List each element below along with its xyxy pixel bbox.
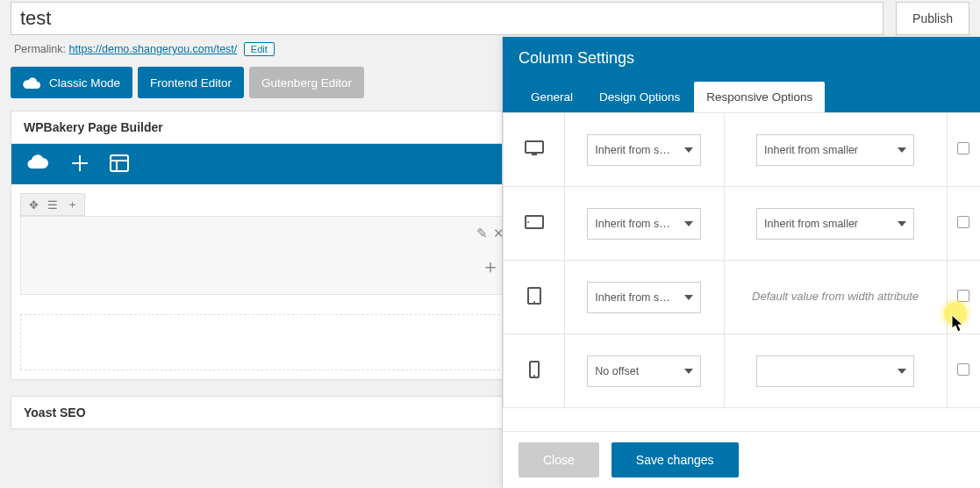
svg-rect-3 [526,141,543,153]
desktop-icon [524,147,545,160]
frontend-editor-label: Frontend Editor [150,76,232,90]
hide-checkbox-desktop[interactable] [957,142,969,154]
pencil-icon[interactable]: ✎ [476,226,488,241]
svg-point-8 [533,301,535,303]
hide-checkbox-tablet-landscape[interactable] [957,216,969,228]
wpbakery-logo-icon[interactable] [27,154,50,175]
template-icon[interactable] [110,154,129,175]
width-select-mobile[interactable] [756,355,914,387]
offset-select-tablet-landscape[interactable]: Inherit from smaller [587,208,701,240]
responsive-row-mobile: No offset [504,334,981,408]
modal-title: Column Settings [519,49,964,68]
frontend-editor-button[interactable]: Frontend Editor [138,67,244,98]
offset-select-tablet-portrait[interactable]: Inherit from smaller [587,282,701,313]
cursor-icon [951,314,965,334]
permalink-edit-button[interactable]: Edit [244,42,275,56]
mobile-icon [528,369,540,382]
publish-button[interactable]: Publish [896,2,969,35]
post-title-input[interactable] [11,2,883,35]
svg-rect-0 [111,155,128,171]
responsive-row-tablet-landscape: Inherit from smaller Inherit from smalle… [504,187,981,261]
permalink-label: Permalink: [14,43,66,55]
classic-mode-label: Classic Mode [49,76,120,90]
default-width-text: Default value from width attribute [733,289,938,305]
move-icon[interactable]: ✥ [25,196,42,213]
close-button[interactable]: Close [519,442,599,477]
hide-checkbox-tablet-portrait[interactable] [957,290,969,302]
add-element-icon[interactable] [71,154,89,175]
svg-rect-4 [532,154,537,155]
offset-select-mobile[interactable]: No offset [587,355,701,387]
width-select-desktop[interactable]: Inherit from smaller [756,134,914,166]
cloud-icon [23,76,40,89]
gutenberg-editor-label: Gutenberg Editor [261,76,352,90]
svg-point-10 [533,375,535,377]
save-changes-button[interactable]: Save changes [612,442,739,477]
tab-general[interactable]: General [519,82,585,112]
responsive-row-desktop: Inherit from smaller Inherit from smalle… [504,113,981,187]
tablet-landscape-icon [524,219,545,233]
responsive-row-tablet-portrait: Inherit from smaller Default value from … [504,261,981,334]
hide-checkbox-mobile[interactable] [957,363,969,376]
tablet-portrait-icon [526,295,542,308]
classic-mode-button[interactable]: Classic Mode [11,67,132,98]
offset-select-desktop[interactable]: Inherit from smaller [587,134,701,166]
gutenberg-editor-button[interactable]: Gutenberg Editor [249,67,364,98]
columns-icon[interactable]: ☰ [44,196,61,213]
add-icon[interactable]: ＋ [63,196,81,213]
tab-responsive-options[interactable]: Responsive Options [694,82,825,112]
svg-point-6 [527,221,529,223]
row-toolbar: ✥ ☰ ＋ [20,193,85,216]
permalink-url[interactable]: https://demo.shangeryou.com/test/ [69,43,238,55]
width-select-tablet-landscape[interactable]: Inherit from smaller [756,208,914,240]
column-settings-modal: Column Settings General Design Options R… [502,37,980,488]
tab-design-options[interactable]: Design Options [587,82,692,112]
